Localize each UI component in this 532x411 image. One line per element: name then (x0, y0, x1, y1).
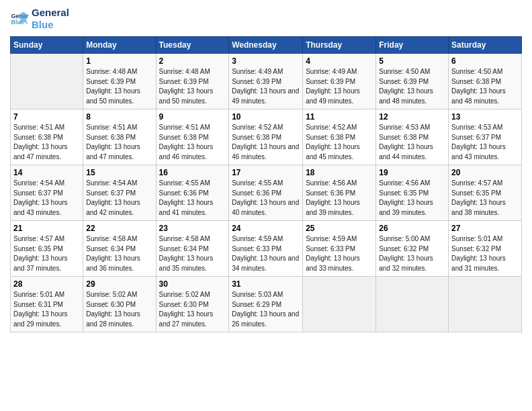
day-number: 26 (379, 224, 445, 233)
day-detail: Sunrise: 4:55 AMSunset: 6:36 PMDaylight:… (232, 179, 300, 218)
cell-4-7: 27Sunrise: 5:01 AMSunset: 6:32 PMDayligh… (449, 221, 522, 277)
cell-3-3: 16Sunrise: 4:55 AMSunset: 6:36 PMDayligh… (156, 165, 229, 221)
day-number: 5 (379, 56, 445, 66)
header: General Blue General Blue (10, 7, 522, 31)
day-number: 20 (451, 168, 519, 177)
day-detail: Sunrise: 4:59 AMSunset: 6:33 PMDaylight:… (306, 234, 373, 273)
cell-4-5: 25Sunrise: 4:59 AMSunset: 6:33 PMDayligh… (303, 221, 376, 277)
calendar-page: General Blue General Blue SundayMondayTu… (0, 0, 532, 411)
cell-5-1: 28Sunrise: 5:01 AMSunset: 6:31 PMDayligh… (11, 277, 83, 332)
day-number: 9 (159, 112, 226, 122)
col-header-wednesday: Wednesday (229, 37, 303, 54)
day-detail: Sunrise: 4:51 AMSunset: 6:38 PMDaylight:… (159, 123, 226, 162)
cell-4-1: 21Sunrise: 4:57 AMSunset: 6:35 PMDayligh… (11, 221, 83, 277)
cell-1-2: 1Sunrise: 4:48 AMSunset: 6:39 PMDaylight… (83, 54, 156, 109)
day-detail: Sunrise: 4:51 AMSunset: 6:38 PMDaylight:… (86, 123, 152, 162)
day-detail: Sunrise: 4:50 AMSunset: 6:38 PMDaylight:… (451, 67, 519, 106)
cell-1-7: 6Sunrise: 4:50 AMSunset: 6:38 PMDaylight… (449, 54, 522, 109)
day-number: 31 (232, 279, 300, 289)
cell-2-2: 8Sunrise: 4:51 AMSunset: 6:38 PMDaylight… (83, 109, 156, 165)
day-number: 1 (86, 56, 152, 66)
cell-3-6: 19Sunrise: 4:56 AMSunset: 6:35 PMDayligh… (376, 165, 449, 221)
cell-5-4: 31Sunrise: 5:03 AMSunset: 6:29 PMDayligh… (229, 277, 303, 332)
cell-3-1: 14Sunrise: 4:54 AMSunset: 6:37 PMDayligh… (11, 165, 83, 221)
day-detail: Sunrise: 4:54 AMSunset: 6:37 PMDaylight:… (13, 179, 80, 218)
calendar-table: SundayMondayTuesdayWednesdayThursdayFrid… (10, 36, 522, 332)
day-detail: Sunrise: 4:59 AMSunset: 6:33 PMDaylight:… (232, 234, 300, 273)
header-row: SundayMondayTuesdayWednesdayThursdayFrid… (11, 37, 522, 54)
day-detail: Sunrise: 4:56 AMSunset: 6:35 PMDaylight:… (379, 179, 445, 218)
day-detail: Sunrise: 4:58 AMSunset: 6:34 PMDaylight:… (86, 234, 152, 273)
col-header-saturday: Saturday (449, 37, 522, 54)
day-detail: Sunrise: 5:02 AMSunset: 6:30 PMDaylight:… (86, 290, 152, 329)
day-number: 23 (159, 224, 226, 233)
cell-3-7: 20Sunrise: 4:57 AMSunset: 6:35 PMDayligh… (449, 165, 522, 221)
day-number: 22 (86, 224, 152, 233)
cell-4-2: 22Sunrise: 4:58 AMSunset: 6:34 PMDayligh… (83, 221, 156, 277)
logo: General Blue General Blue (10, 7, 69, 31)
day-number: 2 (159, 56, 226, 66)
day-number: 12 (379, 112, 445, 122)
cell-3-5: 18Sunrise: 4:56 AMSunset: 6:36 PMDayligh… (303, 165, 376, 221)
day-detail: Sunrise: 4:53 AMSunset: 6:38 PMDaylight:… (379, 123, 445, 162)
cell-2-5: 11Sunrise: 4:52 AMSunset: 6:38 PMDayligh… (303, 109, 376, 165)
day-number: 15 (86, 168, 152, 177)
day-detail: Sunrise: 4:57 AMSunset: 6:35 PMDaylight:… (451, 179, 519, 218)
day-detail: Sunrise: 4:50 AMSunset: 6:39 PMDaylight:… (379, 67, 445, 106)
cell-5-7 (449, 277, 522, 332)
cell-5-3: 30Sunrise: 5:02 AMSunset: 6:30 PMDayligh… (156, 277, 229, 332)
day-number: 3 (232, 56, 300, 66)
day-detail: Sunrise: 4:58 AMSunset: 6:34 PMDaylight:… (159, 234, 226, 273)
cell-3-2: 15Sunrise: 4:54 AMSunset: 6:37 PMDayligh… (83, 165, 156, 221)
day-number: 29 (86, 279, 152, 289)
cell-4-4: 24Sunrise: 4:59 AMSunset: 6:33 PMDayligh… (229, 221, 303, 277)
day-detail: Sunrise: 4:48 AMSunset: 6:39 PMDaylight:… (159, 67, 226, 106)
cell-1-3: 2Sunrise: 4:48 AMSunset: 6:39 PMDaylight… (156, 54, 229, 109)
col-header-thursday: Thursday (303, 37, 376, 54)
cell-1-5: 4Sunrise: 4:49 AMSunset: 6:39 PMDaylight… (303, 54, 376, 109)
logo-blue: Blue (32, 19, 69, 31)
cell-3-4: 17Sunrise: 4:55 AMSunset: 6:36 PMDayligh… (229, 165, 303, 221)
cell-5-2: 29Sunrise: 5:02 AMSunset: 6:30 PMDayligh… (83, 277, 156, 332)
week-row-2: 7Sunrise: 4:51 AMSunset: 6:38 PMDaylight… (11, 109, 522, 165)
cell-2-1: 7Sunrise: 4:51 AMSunset: 6:38 PMDaylight… (11, 109, 83, 165)
day-number: 30 (159, 279, 226, 289)
cell-4-3: 23Sunrise: 4:58 AMSunset: 6:34 PMDayligh… (156, 221, 229, 277)
logo-general: General (32, 7, 69, 19)
week-row-4: 21Sunrise: 4:57 AMSunset: 6:35 PMDayligh… (11, 221, 522, 277)
day-detail: Sunrise: 4:55 AMSunset: 6:36 PMDaylight:… (159, 179, 226, 218)
day-detail: Sunrise: 4:57 AMSunset: 6:35 PMDaylight:… (13, 234, 80, 273)
col-header-tuesday: Tuesday (156, 37, 229, 54)
day-detail: Sunrise: 4:56 AMSunset: 6:36 PMDaylight:… (306, 179, 373, 218)
day-number: 16 (159, 168, 226, 177)
day-number: 17 (232, 168, 300, 177)
day-number: 6 (451, 56, 519, 66)
cell-1-4: 3Sunrise: 4:49 AMSunset: 6:39 PMDaylight… (229, 54, 303, 109)
day-detail: Sunrise: 5:01 AMSunset: 6:32 PMDaylight:… (451, 234, 519, 273)
col-header-friday: Friday (376, 37, 449, 54)
cell-2-7: 13Sunrise: 4:53 AMSunset: 6:37 PMDayligh… (449, 109, 522, 165)
logo-icon: General Blue (10, 9, 29, 28)
day-detail: Sunrise: 4:53 AMSunset: 6:37 PMDaylight:… (451, 123, 519, 162)
day-detail: Sunrise: 4:49 AMSunset: 6:39 PMDaylight:… (306, 67, 373, 106)
cell-2-6: 12Sunrise: 4:53 AMSunset: 6:38 PMDayligh… (376, 109, 449, 165)
cell-2-3: 9Sunrise: 4:51 AMSunset: 6:38 PMDaylight… (156, 109, 229, 165)
day-number: 10 (232, 112, 300, 122)
col-header-sunday: Sunday (11, 37, 83, 54)
day-detail: Sunrise: 5:03 AMSunset: 6:29 PMDaylight:… (232, 290, 300, 329)
week-row-5: 28Sunrise: 5:01 AMSunset: 6:31 PMDayligh… (11, 277, 522, 332)
cell-4-6: 26Sunrise: 5:00 AMSunset: 6:32 PMDayligh… (376, 221, 449, 277)
day-detail: Sunrise: 4:49 AMSunset: 6:39 PMDaylight:… (232, 67, 300, 106)
day-detail: Sunrise: 5:00 AMSunset: 6:32 PMDaylight:… (379, 234, 445, 273)
cell-5-5 (303, 277, 376, 332)
cell-1-6: 5Sunrise: 4:50 AMSunset: 6:39 PMDaylight… (376, 54, 449, 109)
day-number: 8 (86, 112, 152, 122)
day-number: 25 (306, 224, 373, 233)
cell-1-1 (11, 54, 83, 109)
day-detail: Sunrise: 5:01 AMSunset: 6:31 PMDaylight:… (13, 290, 80, 329)
week-row-3: 14Sunrise: 4:54 AMSunset: 6:37 PMDayligh… (11, 165, 522, 221)
cell-2-4: 10Sunrise: 4:52 AMSunset: 6:38 PMDayligh… (229, 109, 303, 165)
day-number: 28 (13, 279, 80, 289)
day-detail: Sunrise: 5:02 AMSunset: 6:30 PMDaylight:… (159, 290, 226, 329)
day-number: 24 (232, 224, 300, 233)
